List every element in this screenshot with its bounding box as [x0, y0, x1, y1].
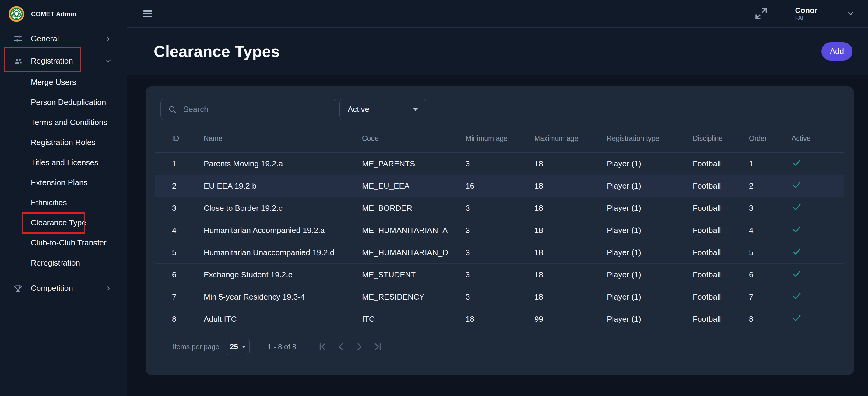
cell-min-age: 3 — [466, 203, 534, 213]
cell-min-age: 3 — [466, 226, 534, 235]
table-row[interactable]: 2EU EEA 19.2.bME_EU_EEA1618Player (1)Foo… — [155, 175, 844, 197]
column-header-id: ID — [172, 134, 204, 143]
first-page-icon[interactable] — [317, 341, 328, 352]
table-row[interactable]: 5Humanitarian Unaccompanied 19.2.dME_HUM… — [155, 241, 844, 264]
active-check-icon — [792, 316, 802, 325]
column-header-discipline: Discipline — [693, 134, 749, 143]
search-box — [160, 99, 336, 120]
cell-min-age: 3 — [466, 248, 534, 257]
cell-active — [792, 313, 844, 325]
sidebar: COMET Admin GeneralRegistrationMerge Use… — [0, 0, 127, 396]
items-per-page-select[interactable]: 25 — [226, 338, 250, 355]
comet-logo-icon — [8, 6, 24, 22]
cell-max-age: 18 — [534, 248, 607, 257]
active-check-icon — [792, 183, 802, 192]
sidebar-item-titles-and-licenses[interactable]: Titles and Licenses — [0, 153, 127, 172]
cell-active — [792, 269, 844, 281]
cell-max-age: 18 — [534, 203, 607, 213]
cell-min-age: 3 — [466, 292, 534, 302]
table-row[interactable]: 6Exchange Student 19.2.eME_STUDENT318Pla… — [155, 264, 844, 286]
sidebar-item-registration[interactable]: Registration — [0, 50, 127, 72]
cell-active — [792, 246, 844, 259]
sidebar-item-label: Club-to-Club Transfer — [31, 238, 106, 248]
cell-code: ME_RESIDENCY — [362, 292, 466, 302]
page-title: Clearance Types — [154, 42, 280, 61]
table-row[interactable]: 4Humanitarian Accompanied 19.2.aME_HUMAN… — [155, 219, 844, 241]
cell-code: ME_BORDER — [362, 203, 466, 213]
active-check-icon — [792, 294, 802, 303]
active-check-icon — [792, 161, 802, 170]
cell-order: 7 — [749, 292, 792, 302]
chevron-down-icon — [105, 58, 112, 64]
pagination-range: 1 - 8 of 8 — [267, 342, 296, 351]
cell-order: 8 — [749, 315, 792, 324]
topbar: Conor FAI — [127, 0, 868, 28]
sidebar-item-competition[interactable]: Competition — [0, 277, 127, 299]
cell-order: 2 — [749, 181, 792, 191]
active-check-icon — [792, 205, 802, 214]
sidebar-nav: GeneralRegistrationMerge UsersPerson Ded… — [0, 28, 127, 299]
sidebar-item-label: Extension Plans — [31, 178, 87, 187]
active-check-icon — [792, 250, 802, 259]
chevron-right-icon — [105, 36, 112, 42]
cell-name: Humanitarian Accompanied 19.2.a — [204, 226, 362, 235]
sidebar-item-terms-and-conditions[interactable]: Terms and Conditions — [0, 112, 127, 132]
last-page-icon[interactable] — [372, 341, 383, 352]
brand-row: COMET Admin — [0, 0, 127, 28]
cell-discipline: Football — [693, 248, 749, 257]
sidebar-item-ethnicities[interactable]: Ethnicities — [0, 193, 127, 212]
sidebar-item-club-to-club-transfer[interactable]: Club-to-Club Transfer — [0, 233, 127, 253]
cell-min-age: 3 — [466, 270, 534, 279]
table-row[interactable]: 7Min 5-year Residency 19.3-4ME_RESIDENCY… — [155, 286, 844, 308]
sidebar-item-label: Competition — [31, 284, 73, 293]
cell-active — [792, 291, 844, 303]
column-header-code: Code — [362, 134, 466, 143]
sidebar-item-label: Titles and Licenses — [31, 158, 98, 167]
cell-name: Parents Moving 19.2.a — [204, 159, 362, 168]
cell-discipline: Football — [693, 226, 749, 235]
sidebar-item-label: Registration Roles — [31, 138, 95, 147]
sidebar-item-extension-plans[interactable]: Extension Plans — [0, 172, 127, 193]
sidebar-item-reregistration[interactable]: Reregistration — [0, 253, 127, 273]
cell-order: 6 — [749, 270, 792, 279]
cell-code: ME_EU_EEA — [362, 181, 466, 191]
sidebar-item-label: Merge Users — [31, 77, 76, 87]
search-icon — [168, 105, 177, 114]
cell-discipline: Football — [693, 203, 749, 213]
add-button[interactable]: Add — [822, 42, 852, 61]
cell-registration-type: Player (1) — [607, 159, 693, 168]
pagination-nav — [310, 341, 383, 352]
dropdown-caret-icon — [413, 108, 418, 111]
status-filter-dropdown[interactable]: Active — [339, 99, 426, 120]
cell-order: 3 — [749, 203, 792, 213]
sidebar-item-person-deduplication[interactable]: Person Deduplication — [0, 92, 127, 112]
dropdown-caret-icon — [242, 345, 246, 348]
column-header-minimum-age: Minimum age — [466, 134, 534, 143]
cell-discipline: Football — [693, 315, 749, 324]
column-header-active: Active — [792, 134, 844, 143]
table-row[interactable]: 8Adult ITCITC1899Player (1)Football8 — [155, 308, 844, 330]
sidebar-item-label: Registration — [31, 56, 73, 66]
table-row[interactable]: 1Parents Moving 19.2.aME_PARENTS318Playe… — [155, 153, 844, 175]
next-page-icon[interactable] — [354, 341, 365, 352]
previous-page-icon[interactable] — [336, 341, 346, 352]
table-row[interactable]: 3Close to Border 19.2.cME_BORDER318Playe… — [155, 197, 844, 219]
sidebar-item-registration-roles[interactable]: Registration Roles — [0, 132, 127, 153]
column-header-name: Name — [204, 134, 362, 143]
cell-name: Exchange Student 19.2.e — [204, 270, 362, 279]
user-menu[interactable]: Conor FAI — [795, 6, 855, 21]
sidebar-item-merge-users[interactable]: Merge Users — [0, 72, 127, 92]
sidebar-item-general[interactable]: General — [0, 28, 127, 50]
search-input[interactable] — [183, 105, 329, 114]
cell-active — [792, 158, 844, 170]
main-content: Clearance Types Add Active IDNameCodeMin… — [127, 28, 868, 396]
fullscreen-icon[interactable] — [753, 6, 769, 21]
sidebar-item-clearance-type[interactable]: Clearance Type — [0, 212, 127, 233]
items-per-page-value: 25 — [230, 342, 238, 351]
hamburger-menu-icon[interactable] — [143, 9, 152, 19]
cell-order: 5 — [749, 248, 792, 257]
app-title: COMET Admin — [31, 10, 76, 18]
active-check-icon — [792, 272, 802, 281]
table-body: 1Parents Moving 19.2.aME_PARENTS318Playe… — [155, 153, 844, 330]
cell-name: Min 5-year Residency 19.3-4 — [204, 292, 362, 302]
